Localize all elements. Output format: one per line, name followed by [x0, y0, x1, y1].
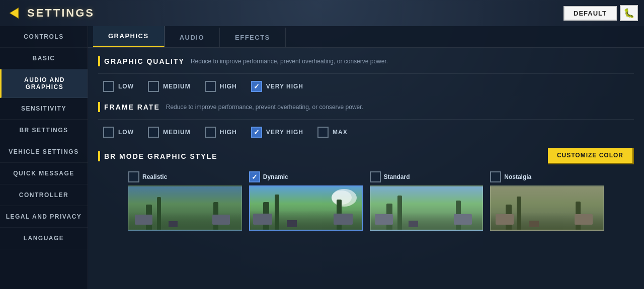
- gq-checkbox-very-high[interactable]: [251, 81, 262, 92]
- gq-option-very-high[interactable]: VERY HIGH: [251, 81, 303, 92]
- style-image-realistic: [128, 185, 242, 231]
- fr-checkbox-low[interactable]: [103, 127, 114, 138]
- gq-label-very-high: VERY HIGH: [266, 83, 303, 90]
- fr-checkbox-very-high[interactable]: [251, 127, 262, 138]
- graphic-quality-title: GRAPHIC QUALITY: [104, 57, 185, 65]
- graphic-quality-header: GRAPHIC QUALITY Reduce to improve perfor…: [98, 56, 634, 66]
- sidebar-item-controller[interactable]: CONTROLLER: [0, 184, 88, 206]
- fr-option-very-high[interactable]: VERY HIGH: [251, 127, 303, 138]
- graphic-quality-section: GRAPHIC QUALITY Reduce to improve perfor…: [98, 56, 634, 92]
- frame-rate-header: FRAME RATE Reduce to improve performance…: [98, 102, 634, 112]
- frame-rate-options: LOW MEDIUM HIGH VERY HIGH: [98, 127, 634, 138]
- customize-color-button[interactable]: CUSTOMIZE COLOR: [548, 148, 634, 164]
- style-checkbox-dynamic[interactable]: [249, 171, 260, 182]
- bug-report-button[interactable]: 🐛: [620, 5, 638, 21]
- bug-icon: 🐛: [623, 8, 634, 19]
- main-layout: CONTROLS BASIC AUDIO AND GRAPHICS SENSIT…: [0, 26, 644, 289]
- style-image-dynamic: [249, 185, 363, 231]
- br-mode-title: BR MODE GRAPHIC STYLE: [104, 152, 218, 160]
- graphic-quality-desc: Reduce to improve performance, prevent o…: [191, 58, 388, 65]
- style-label-realistic: Realistic: [142, 173, 167, 180]
- panel-content: GRAPHIC QUALITY Reduce to improve perfor…: [88, 48, 644, 289]
- style-image-standard: [370, 185, 484, 231]
- style-card-dynamic-header: Dynamic: [249, 171, 363, 182]
- br-mode-section: BR MODE GRAPHIC STYLE CUSTOMIZE COLOR Re…: [98, 148, 634, 231]
- style-card-nostalgia-header: Nostalgia: [490, 171, 604, 182]
- style-card-dynamic[interactable]: Dynamic: [249, 171, 363, 231]
- br-mode-accent: [98, 151, 100, 161]
- fr-label-very-high: VERY HIGH: [266, 129, 303, 136]
- fr-option-low[interactable]: LOW: [103, 127, 134, 138]
- style-card-standard[interactable]: Standard: [370, 171, 484, 231]
- style-card-realistic[interactable]: Realistic: [128, 171, 242, 231]
- back-button[interactable]: [6, 5, 22, 21]
- style-label-standard: Standard: [384, 173, 410, 180]
- style-card-standard-header: Standard: [370, 171, 484, 182]
- divider-2: [98, 119, 634, 120]
- fr-label-low: LOW: [118, 129, 134, 136]
- sidebar-item-language[interactable]: LANGUAGE: [0, 228, 88, 249]
- section-accent: [98, 56, 100, 66]
- gq-option-high[interactable]: HIGH: [205, 81, 237, 92]
- gq-label-high: HIGH: [220, 83, 237, 90]
- divider-1: [98, 73, 634, 74]
- frame-rate-desc: Reduce to improve performance, prevent o…: [166, 104, 363, 111]
- top-bar-left: SETTINGS: [6, 5, 95, 21]
- gq-checkbox-medium[interactable]: [148, 81, 159, 92]
- style-card-realistic-header: Realistic: [128, 171, 242, 182]
- br-header-left: BR MODE GRAPHIC STYLE: [98, 151, 218, 161]
- svg-marker-0: [10, 8, 19, 19]
- sidebar-item-audio-and-graphics[interactable]: AUDIO AND GRAPHICS: [0, 69, 88, 98]
- style-label-nostalgia: Nostalgia: [504, 173, 531, 180]
- tab-audio[interactable]: AUDIO: [165, 28, 220, 47]
- tab-effects[interactable]: EFFECTS: [220, 28, 286, 47]
- gq-label-low: LOW: [118, 83, 134, 90]
- sidebar-item-vehicle-settings[interactable]: VEHICLE SETTINGS: [0, 141, 88, 163]
- gq-option-medium[interactable]: MEDIUM: [148, 81, 191, 92]
- fr-label-medium: MEDIUM: [163, 129, 191, 136]
- tab-graphics[interactable]: GRAPHICS: [93, 26, 165, 47]
- fr-label-max: MAX: [333, 129, 348, 136]
- fr-label-high: HIGH: [220, 129, 237, 136]
- graphic-quality-options: LOW MEDIUM HIGH VERY HIGH: [98, 81, 634, 92]
- sidebar-item-basic[interactable]: BASIC: [0, 48, 88, 69]
- style-card-nostalgia[interactable]: Nostalgia: [490, 171, 604, 231]
- fr-option-max[interactable]: MAX: [317, 127, 348, 138]
- sidebar-item-legal-and-privacy[interactable]: LEGAL AND PRIVACY: [0, 206, 88, 228]
- style-checkbox-standard[interactable]: [370, 171, 381, 182]
- frame-rate-accent: [98, 102, 100, 112]
- sidebar: CONTROLS BASIC AUDIO AND GRAPHICS SENSIT…: [0, 26, 88, 289]
- frame-rate-section: FRAME RATE Reduce to improve performance…: [98, 102, 634, 138]
- fr-checkbox-max[interactable]: [317, 127, 329, 138]
- br-section-header: BR MODE GRAPHIC STYLE CUSTOMIZE COLOR: [98, 148, 634, 164]
- style-cards: Realistic: [98, 171, 634, 231]
- style-label-dynamic: Dynamic: [263, 173, 288, 180]
- sidebar-item-controls[interactable]: CONTROLS: [0, 26, 88, 48]
- style-checkbox-nostalgia[interactable]: [490, 171, 501, 182]
- content-area: GRAPHICS AUDIO EFFECTS GRAPHIC QUALITY R…: [88, 26, 644, 289]
- frame-rate-title: FRAME RATE: [104, 103, 160, 111]
- tabs-bar: GRAPHICS AUDIO EFFECTS: [88, 26, 644, 48]
- gq-label-medium: MEDIUM: [163, 83, 191, 90]
- gq-checkbox-low[interactable]: [103, 81, 114, 92]
- top-bar-right: DEFAULT 🐛: [564, 5, 638, 21]
- sidebar-item-sensitivity[interactable]: SENSITIVITY: [0, 98, 88, 120]
- gq-option-low[interactable]: LOW: [103, 81, 134, 92]
- sidebar-item-quick-message[interactable]: QUICK MESSAGE: [0, 163, 88, 184]
- default-button[interactable]: DEFAULT: [564, 6, 617, 21]
- fr-checkbox-medium[interactable]: [148, 127, 159, 138]
- style-image-nostalgia: [490, 185, 604, 231]
- fr-option-medium[interactable]: MEDIUM: [148, 127, 191, 138]
- app-container: SETTINGS DEFAULT 🐛 CONTROLS BASIC AUDIO …: [0, 0, 644, 289]
- page-title: SETTINGS: [27, 7, 95, 20]
- fr-option-high[interactable]: HIGH: [205, 127, 237, 138]
- sidebar-item-br-settings[interactable]: BR SETTINGS: [0, 120, 88, 141]
- style-checkbox-realistic[interactable]: [128, 171, 139, 182]
- top-bar: SETTINGS DEFAULT 🐛: [0, 0, 644, 26]
- fr-checkbox-high[interactable]: [205, 127, 216, 138]
- gq-checkbox-high[interactable]: [205, 81, 216, 92]
